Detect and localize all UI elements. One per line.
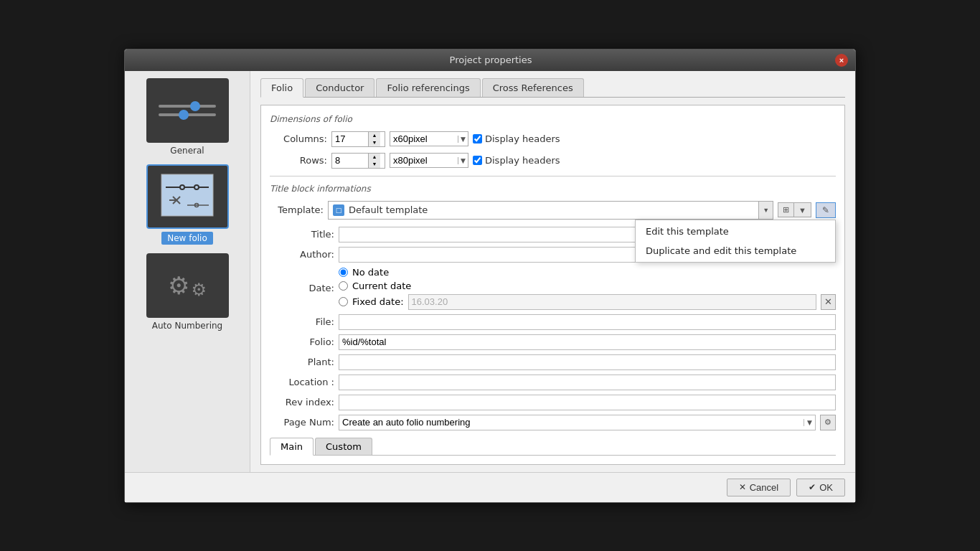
large-gear-icon: ⚙	[168, 271, 189, 300]
location-field-input[interactable]	[339, 375, 836, 390]
template-row: Template: □ Default template ▼ ⊞ ▼	[270, 201, 836, 220]
plant-field-input[interactable]	[339, 354, 836, 370]
page-num-select[interactable]: Create an auto folio numbering ▼	[339, 415, 816, 430]
slider-thumb-1	[190, 101, 200, 111]
file-field-label: File:	[270, 316, 334, 327]
current-date-label: Current date	[352, 281, 411, 291]
columns-display-headers-text: Display headers	[485, 133, 560, 144]
auto-numbering-icon-box: ⚙ ⚙	[146, 253, 229, 318]
file-field-input[interactable]	[339, 314, 836, 330]
columns-display-headers-label[interactable]: Display headers	[473, 133, 560, 144]
small-gear-icon: ⚙	[191, 280, 207, 300]
folio-field-row: Folio:	[270, 334, 836, 350]
page-num-settings-btn[interactable]: ⚙	[820, 415, 836, 430]
title-bar: Project properties ×	[125, 50, 855, 71]
page-num-arrow: ▼	[804, 419, 815, 426]
no-date-label: No date	[352, 267, 389, 278]
no-date-radio[interactable]	[339, 268, 348, 277]
bottom-tab-custom[interactable]: Custom	[315, 438, 372, 455]
svg-rect-0	[161, 174, 213, 216]
page-num-dropdown[interactable]: Create an auto folio numbering	[339, 417, 804, 428]
template-btn-1[interactable]: ⊞	[778, 203, 794, 217]
general-label: General	[170, 146, 204, 156]
dialog-footer: ✕ Cancel ✔ OK	[125, 472, 855, 502]
columns-label: Columns:	[270, 133, 327, 144]
rows-input[interactable]	[332, 154, 368, 167]
ok-button[interactable]: ✔ OK	[796, 479, 845, 496]
tab-cross-references[interactable]: Cross References	[482, 78, 584, 97]
sidebar-item-auto-numbering[interactable]: ⚙ ⚙ Auto Numbering	[132, 253, 242, 331]
columns-unit-dropdown[interactable]: x60pixel	[390, 132, 458, 146]
content-area: Dimensions of folio Columns: ▲ ▼ x60pixe…	[260, 105, 845, 465]
dialog-body: General	[125, 71, 855, 472]
folio-field-label: Folio:	[270, 336, 334, 347]
rows-display-headers-checkbox[interactable]	[473, 156, 482, 165]
tab-folio[interactable]: Folio	[260, 78, 303, 98]
new-folio-icon	[159, 173, 216, 220]
popup-item-edit[interactable]: Edit this template	[636, 222, 835, 241]
tab-bar: Folio Conductor Folio referencings Cross…	[260, 78, 845, 98]
columns-display-headers-checkbox[interactable]	[473, 134, 482, 143]
folio-field-input[interactable]	[339, 334, 836, 350]
dialog-title: Project properties	[146, 55, 835, 65]
rows-display-headers-label[interactable]: Display headers	[473, 155, 560, 166]
sidebar: General	[125, 71, 250, 472]
columns-up-btn[interactable]: ▲	[369, 132, 380, 139]
dimensions-section-title: Dimensions of folio	[270, 114, 836, 124]
project-properties-dialog: Project properties × General	[124, 49, 856, 503]
cancel-button[interactable]: ✕ Cancel	[727, 479, 791, 496]
rows-unit-select[interactable]: x80pixel ▼	[390, 153, 468, 168]
edit-template-btn[interactable]: ✎	[816, 202, 836, 218]
close-button[interactable]: ×	[835, 54, 848, 67]
columns-input[interactable]	[332, 132, 368, 146]
fixed-date-radio[interactable]	[339, 297, 348, 306]
section-separator	[270, 176, 836, 176]
auto-numbering-label: Auto Numbering	[152, 321, 222, 331]
rows-spinbox[interactable]: ▲ ▼	[331, 153, 385, 169]
page-num-field-row: Page Num: Create an auto folio numbering…	[270, 415, 836, 430]
rows-unit-arrow: ▼	[458, 157, 468, 164]
file-field-row: File:	[270, 314, 836, 330]
slider-track-1	[159, 105, 216, 108]
bottom-tabs: Main Custom	[270, 438, 836, 456]
date-options: No date Current date Fixed date: ✕	[339, 267, 836, 310]
edit-dropdown-popup: Edit this template Duplicate and edit th…	[635, 220, 836, 263]
title-field-label: Title:	[270, 229, 334, 240]
columns-down-btn[interactable]: ▼	[369, 139, 380, 146]
popup-item-duplicate[interactable]: Duplicate and edit this template	[636, 241, 835, 260]
rows-up-btn[interactable]: ▲	[369, 154, 380, 161]
rows-unit-dropdown[interactable]: x80pixel	[390, 154, 458, 167]
author-field-label: Author:	[270, 249, 334, 260]
template-dropdown-arrow-btn[interactable]: ▼	[758, 202, 773, 219]
sliders-icon	[159, 105, 216, 116]
rev-index-field-label: Rev index:	[270, 397, 334, 408]
date-clear-btn[interactable]: ✕	[821, 294, 836, 310]
bottom-tab-main[interactable]: Main	[270, 438, 314, 456]
tab-folio-referencings[interactable]: Folio referencings	[376, 78, 480, 97]
current-date-radio[interactable]	[339, 281, 348, 291]
columns-row: Columns: ▲ ▼ x60pixel ▼	[270, 131, 836, 147]
rev-index-field-input[interactable]	[339, 395, 836, 410]
columns-unit-select[interactable]: x60pixel ▼	[390, 131, 468, 146]
rows-row: Rows: ▲ ▼ x80pixel ▼	[270, 153, 836, 169]
rows-down-btn[interactable]: ▼	[369, 161, 380, 168]
rev-index-field-row: Rev index:	[270, 395, 836, 410]
location-field-label: Location :	[270, 377, 334, 387]
fixed-date-input[interactable]	[408, 294, 816, 310]
ok-label: OK	[819, 482, 833, 493]
fixed-date-row: Fixed date: ✕	[339, 294, 836, 310]
sidebar-item-new-folio[interactable]: New folio	[132, 164, 242, 245]
columns-unit-arrow: ▼	[458, 136, 468, 143]
template-dropdown[interactable]: □ Default template ▼	[328, 201, 773, 220]
tab-conductor[interactable]: Conductor	[305, 78, 374, 97]
template-btn-2[interactable]: ▼	[794, 203, 811, 217]
template-row-wrapper: Template: □ Default template ▼ ⊞ ▼	[270, 201, 836, 220]
sidebar-item-general[interactable]: General	[132, 78, 242, 156]
template-name: Default template	[349, 204, 754, 215]
columns-spinbox[interactable]: ▲ ▼	[331, 131, 385, 147]
main-panel: Folio Conductor Folio referencings Cross…	[250, 71, 855, 472]
plant-field-row: Plant:	[270, 354, 836, 370]
template-dropdown-inner: □ Default template	[329, 204, 758, 216]
location-field-row: Location :	[270, 375, 836, 390]
current-date-row: Current date	[339, 281, 836, 291]
